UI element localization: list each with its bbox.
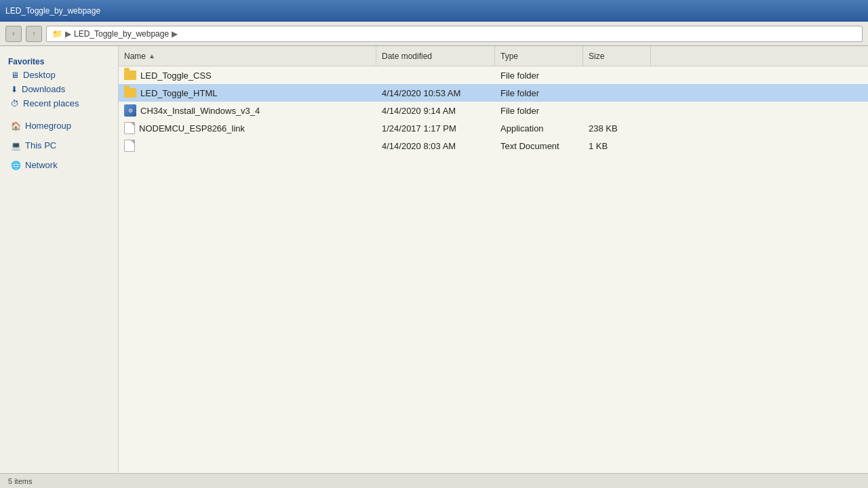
this-pc-icon: 💻 — [11, 141, 21, 150]
back-button[interactable]: ‹ — [5, 26, 22, 42]
breadcrumb-root: 📁 — [52, 29, 62, 39]
file-icon — [124, 140, 135, 152]
file-size: 1 KB — [589, 141, 608, 151]
sort-arrow: ▲ — [149, 52, 155, 60]
title-bar: LED_Toggle_by_webpage — [0, 0, 868, 22]
homegroup-icon: 🏠 — [11, 121, 21, 131]
breadcrumb-current: LED_Toggle_by_webpage — [74, 29, 169, 39]
file-type-cell: Application — [495, 119, 583, 137]
file-size-cell — [583, 84, 651, 102]
sidebar-label-desktop: Desktop — [23, 70, 56, 80]
file-area: Name ▲ Date modified Type Size LED_Toggl… — [119, 46, 868, 488]
file-date-cell: 4/14/2020 10:53 AM — [376, 84, 495, 102]
file-type: Text Document — [500, 141, 559, 151]
recent-icon: ⏱ — [11, 99, 19, 108]
sidebar-label-homegroup: Homegroup — [25, 121, 71, 131]
file-type-cell: File folder — [495, 66, 583, 84]
sidebar-item-homegroup[interactable]: 🏠 Homegroup — [0, 119, 118, 133]
file-size-cell: 1 KB — [583, 137, 651, 155]
address-bar: ‹ ↑ 📁 ▶ LED_Toggle_by_webpage ▶ — [0, 22, 868, 46]
sidebar-item-network[interactable]: 🌐 Network — [0, 158, 118, 172]
file-size-cell: 238 KB — [583, 119, 651, 137]
file-row[interactable]: ⚙ CH34x_Install_Windows_v3_4 4/14/2020 9… — [119, 102, 868, 119]
file-date: 4/14/2020 10:53 AM — [382, 88, 460, 98]
col-header-name[interactable]: Name ▲ — [119, 46, 376, 66]
sidebar-section-favorites: Favorites — [0, 54, 118, 68]
app-icon: ⚙ — [124, 104, 136, 117]
sidebar: Favorites 🖥 Desktop ⬇ Downloads ⏱ Recent… — [0, 46, 119, 488]
main-layout: Favorites 🖥 Desktop ⬇ Downloads ⏱ Recent… — [0, 46, 868, 488]
file-date: 1/24/2017 1:17 PM — [382, 123, 456, 134]
file-size-cell — [583, 102, 651, 119]
sidebar-item-downloads[interactable]: ⬇ Downloads — [0, 82, 118, 96]
file-size-cell — [583, 66, 651, 84]
sidebar-item-desktop[interactable]: 🖥 Desktop — [0, 68, 118, 82]
file-name: LED_Toggle_CSS — [140, 70, 212, 81]
file-type: File folder — [500, 70, 539, 81]
up-button[interactable]: ↑ — [26, 26, 42, 42]
folder-icon — [124, 88, 136, 98]
file-type: File folder — [500, 88, 539, 98]
file-type-cell: File folder — [495, 84, 583, 102]
file-name-cell: NODEMCU_ESP8266_link — [119, 119, 376, 137]
network-icon: 🌐 — [11, 161, 21, 170]
file-icon — [124, 122, 135, 134]
file-type: File folder — [500, 106, 539, 116]
status-text: 5 items — [8, 477, 32, 485]
file-date-cell — [376, 66, 495, 84]
sidebar-label-this-pc: This PC — [25, 140, 56, 150]
file-name: LED_Toggle_HTML — [140, 88, 217, 98]
file-name: NODEMCU_ESP8266_link — [139, 123, 245, 134]
sidebar-item-this-pc[interactable]: 💻 This PC — [0, 138, 118, 152]
file-name: CH34x_Install_Windows_v3_4 — [140, 106, 260, 116]
file-date-cell: 4/14/2020 9:14 AM — [376, 102, 495, 119]
downloads-icon: ⬇ — [11, 85, 18, 94]
col-header-type[interactable]: Type — [495, 46, 583, 66]
file-row[interactable]: 4/14/2020 8:03 AM Text Document 1 KB — [119, 137, 868, 155]
file-name-cell: LED_Toggle_HTML — [119, 84, 376, 102]
file-row[interactable]: LED_Toggle_CSS File folder — [119, 66, 868, 84]
col-header-size[interactable]: Size — [583, 46, 651, 66]
breadcrumb[interactable]: 📁 ▶ LED_Toggle_by_webpage ▶ — [46, 26, 863, 42]
folder-icon — [124, 70, 136, 80]
title-text: LED_Toggle_by_webpage — [5, 6, 100, 16]
file-list: LED_Toggle_CSS File folder LED_Toggle_HT… — [119, 66, 868, 155]
sidebar-label-downloads: Downloads — [22, 84, 65, 94]
file-row[interactable]: LED_Toggle_HTML 4/14/2020 10:53 AM File … — [119, 84, 868, 102]
breadcrumb-arrow: ▶ — [172, 29, 178, 39]
file-size: 238 KB — [589, 123, 618, 134]
file-date: 4/14/2020 9:14 AM — [382, 106, 456, 116]
file-date: 4/14/2020 8:03 AM — [382, 141, 456, 151]
breadcrumb-separator: ▶ — [65, 29, 71, 39]
status-bar: 5 items — [0, 473, 868, 488]
file-name-cell — [119, 137, 376, 155]
col-header-date[interactable]: Date modified — [376, 46, 495, 66]
file-date-cell: 1/24/2017 1:17 PM — [376, 119, 495, 137]
sidebar-item-recent-places[interactable]: ⏱ Recent places — [0, 96, 118, 110]
file-date-cell: 4/14/2020 8:03 AM — [376, 137, 495, 155]
sidebar-label-recent: Recent places — [23, 98, 79, 108]
column-headers: Name ▲ Date modified Type Size — [119, 46, 868, 66]
file-type: Application — [500, 123, 544, 134]
file-row[interactable]: NODEMCU_ESP8266_link 1/24/2017 1:17 PM A… — [119, 119, 868, 137]
desktop-icon: 🖥 — [11, 70, 19, 80]
file-name-cell: ⚙ CH34x_Install_Windows_v3_4 — [119, 102, 376, 119]
file-type-cell: File folder — [495, 102, 583, 119]
file-name-cell: LED_Toggle_CSS — [119, 66, 376, 84]
sidebar-label-network: Network — [25, 160, 58, 170]
file-type-cell: Text Document — [495, 137, 583, 155]
